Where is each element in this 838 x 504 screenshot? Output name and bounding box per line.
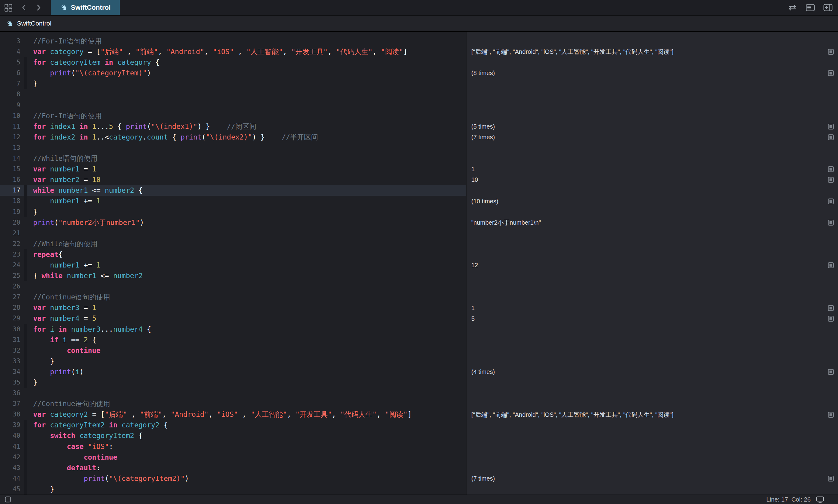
code-line[interactable]: 29var number4 = 5 [0, 313, 466, 324]
line-number[interactable]: 17 [0, 185, 20, 196]
line-number[interactable]: 29 [0, 313, 20, 324]
line-number[interactable]: 28 [0, 303, 20, 313]
result-item[interactable]: 12 [466, 260, 838, 271]
code-line[interactable]: 3//For-In语句的使用 [0, 36, 466, 47]
jump-bar[interactable]: SwiftControl [0, 16, 838, 32]
result-item[interactable]: (7 times) [466, 473, 838, 484]
code-line[interactable]: 12for index2 in 1..<category.count { pri… [0, 132, 466, 143]
code-line[interactable]: 9 [0, 100, 466, 111]
code-line[interactable]: 13 [0, 143, 466, 153]
debug-area-toggle[interactable] [5, 497, 11, 503]
line-number[interactable]: 22 [0, 239, 20, 249]
result-item[interactable]: 1 [466, 164, 838, 175]
line-number[interactable]: 40 [0, 430, 20, 441]
line-number[interactable]: 38 [0, 409, 20, 420]
show-result-button[interactable] [828, 124, 834, 129]
line-number[interactable]: 5 [0, 57, 20, 68]
code-line[interactable]: 8 [0, 89, 466, 100]
line-number[interactable]: 16 [0, 175, 20, 185]
show-result-button[interactable] [828, 412, 834, 418]
result-item[interactable]: (7 times) [466, 132, 838, 143]
code-line[interactable]: 6 print("\(categoryItem)") [0, 68, 466, 78]
code-line[interactable]: 30for i in number3...number4 { [0, 324, 466, 335]
line-number[interactable]: 23 [0, 249, 20, 260]
code-line[interactable]: 18 number1 += 1 [0, 196, 466, 206]
code-line[interactable]: 27//Continue语句的使用 [0, 292, 466, 303]
code-line[interactable]: 32 continue [0, 345, 466, 356]
show-result-button[interactable] [828, 316, 834, 322]
editor-options-button[interactable] [806, 4, 815, 11]
line-number[interactable]: 6 [0, 68, 20, 78]
code-line[interactable]: 41 case "iOS": [0, 442, 466, 452]
result-item[interactable]: (8 times) [466, 68, 838, 78]
line-number[interactable]: 25 [0, 271, 20, 281]
code-line[interactable]: 39for categoryItem2 in category2 { [0, 420, 466, 430]
code-line[interactable]: 34 print(i) [0, 366, 466, 377]
show-result-button[interactable] [828, 476, 834, 482]
line-number[interactable]: 20 [0, 217, 20, 228]
result-item[interactable]: 10 [466, 175, 838, 185]
line-number[interactable]: 41 [0, 442, 20, 452]
show-result-button[interactable] [828, 166, 834, 172]
code-line[interactable]: 10//For-In语句的使用 [0, 111, 466, 121]
result-item[interactable]: 5 [466, 313, 838, 324]
code-line[interactable]: 20print("number2小于number1") [0, 217, 466, 228]
code-line[interactable]: 15var number1 = 1 [0, 164, 466, 175]
line-number[interactable]: 32 [0, 345, 20, 356]
line-number[interactable]: 44 [0, 473, 20, 484]
code-line[interactable]: 45 } [0, 484, 466, 494]
line-number[interactable]: 19 [0, 207, 20, 217]
code-line[interactable]: 28var number3 = 1 [0, 303, 466, 313]
forward-button[interactable] [31, 0, 46, 15]
tab-swiftcontrol[interactable]: SwiftControl [51, 0, 120, 15]
line-number[interactable]: 36 [0, 388, 20, 398]
show-result-button[interactable] [828, 198, 834, 204]
line-number[interactable]: 45 [0, 484, 20, 494]
show-result-button[interactable] [828, 134, 834, 140]
line-number[interactable]: 4 [0, 47, 20, 57]
show-result-button[interactable] [828, 49, 834, 55]
result-item[interactable]: (5 times) [466, 121, 838, 132]
show-result-button[interactable] [828, 70, 834, 76]
code-line[interactable]: 11for index1 in 1...5 { print("\(index1)… [0, 121, 466, 132]
code-line[interactable]: 23repeat{ [0, 249, 466, 260]
code-line[interactable]: 33 } [0, 356, 466, 366]
line-number[interactable]: 8 [0, 89, 20, 100]
line-number[interactable]: 3 [0, 36, 20, 47]
line-number[interactable]: 21 [0, 228, 20, 239]
line-number[interactable]: 18 [0, 196, 20, 206]
code-line[interactable]: 5for categoryItem in category { [0, 57, 466, 68]
code-line[interactable]: 25} while number1 <= number2 [0, 271, 466, 281]
line-number[interactable]: 43 [0, 463, 20, 473]
line-number[interactable]: 34 [0, 366, 20, 377]
line-number[interactable]: 9 [0, 100, 20, 111]
swap-editors-button[interactable] [787, 4, 797, 11]
code-line[interactable]: 44 print("\(categoryItem2)") [0, 473, 466, 484]
code-line[interactable]: 38var category2 = ["后端" , "前端", "Android… [0, 409, 466, 420]
code-line[interactable]: 42 continue [0, 452, 466, 463]
line-number[interactable]: 24 [0, 260, 20, 271]
code-line[interactable]: 7} [0, 78, 466, 89]
line-number[interactable]: 26 [0, 281, 20, 292]
line-number[interactable]: 30 [0, 324, 20, 335]
code-line[interactable]: 35} [0, 377, 466, 388]
tab-overview-button[interactable] [0, 0, 17, 15]
line-number[interactable]: 33 [0, 356, 20, 366]
line-number[interactable]: 35 [0, 377, 20, 388]
code-line[interactable]: 14//While语句的使用 [0, 153, 466, 164]
show-result-button[interactable] [828, 177, 834, 183]
line-number[interactable]: 37 [0, 398, 20, 409]
code-line[interactable]: 22//While语句的使用 [0, 239, 466, 249]
result-item[interactable]: 1 [466, 303, 838, 313]
code-line[interactable]: 21 [0, 228, 466, 239]
code-line[interactable]: 24 number1 += 1 [0, 260, 466, 271]
line-number[interactable]: 10 [0, 111, 20, 121]
code-line[interactable]: 40 switch categoryItem2 { [0, 430, 466, 441]
line-number[interactable]: 7 [0, 78, 20, 89]
result-item[interactable]: (4 times) [466, 366, 838, 377]
result-item[interactable]: ["后端", "前端", "Android", "iOS", "人工智能", "… [466, 410, 838, 420]
code-line[interactable]: 37//Continue语句的使用 [0, 398, 466, 409]
line-number[interactable]: 42 [0, 452, 20, 463]
line-number[interactable]: 31 [0, 335, 20, 345]
line-number[interactable]: 11 [0, 121, 20, 132]
